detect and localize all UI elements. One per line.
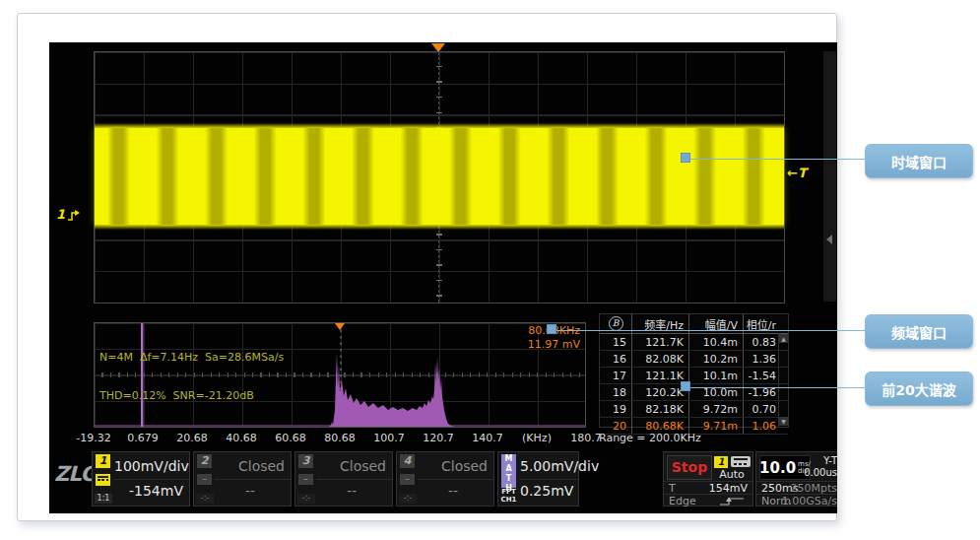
ch3-offset: -- <box>317 481 386 501</box>
math-source-label: FFT CH1 <box>499 488 518 504</box>
fft-info-text: N=4M Δf=7.14Hz Sa=28.6MSa/s THD=0.12% SN… <box>99 325 284 428</box>
math-box[interactable]: MATH FFT CH1 5.00mV/div 0.25mV <box>497 451 579 506</box>
anchor-square-freq-domain <box>547 324 556 334</box>
x-tick-label: -19.32 <box>66 432 121 444</box>
leader-line-time-domain <box>686 159 865 160</box>
fft-spectrum-lump <box>329 353 455 427</box>
divider <box>519 479 578 480</box>
trigger-mode: Auto <box>711 468 752 481</box>
table-row[interactable]: 16 82.08K 10.2m 1.36 <box>600 351 788 368</box>
sample-rate: 1.00GSa/s <box>782 495 837 507</box>
trigger-coupling-icon <box>731 456 751 467</box>
ch1-level-marker[interactable]: 1 <box>56 207 82 222</box>
fft-range-label: Range = 200.0KHz <box>599 432 701 444</box>
ch2-badge: 2 <box>197 454 212 468</box>
x-tick-label: 40.68 <box>214 432 269 444</box>
trigger-level-marker[interactable]: ←T <box>787 166 807 180</box>
page: 1 ←T <box>0 0 980 540</box>
ch2-offset: -- <box>216 481 285 501</box>
ground-arrow-icon <box>66 208 82 222</box>
x-axis-unit-label: (KHz) <box>509 432 564 444</box>
channel3-box[interactable]: 3 – -:- Closed -- <box>294 451 393 506</box>
channel2-box[interactable]: 2 – -:- Closed -- <box>193 451 292 506</box>
scroll-left-icon[interactable] <box>826 235 832 244</box>
channel4-box[interactable]: 4 – -:- Closed -- <box>396 451 494 506</box>
acquire-row: Norm 1.00GSa/s <box>756 494 837 507</box>
callout-harmonics: 前20大谐波 <box>865 371 973 406</box>
ch3-badge: 3 <box>298 454 313 468</box>
edge-slope-icon <box>719 496 745 506</box>
table-scrollbar[interactable]: ▲ ▼ <box>778 333 788 427</box>
anchor-square-time-domain <box>681 153 690 163</box>
ch4-probe-ratio: -:- <box>399 494 417 504</box>
display-mode: Y-T <box>823 455 837 466</box>
divider <box>113 479 189 480</box>
divider <box>418 479 493 480</box>
trigger-t-label: T <box>798 166 807 180</box>
left-arrow-icon: ← <box>787 166 798 180</box>
scroll-down-icon[interactable]: ▼ <box>779 417 788 426</box>
callout-time-domain: 时域窗口 <box>865 144 973 178</box>
x-tick-label: 100.7 <box>361 432 417 444</box>
ch4-offset: -- <box>419 481 488 501</box>
ch2-status: Closed <box>216 456 285 476</box>
fft-marker-triangle[interactable] <box>335 323 345 330</box>
leader-line-freq-domain <box>553 330 865 331</box>
ch2-coupling-icon: – <box>197 474 212 485</box>
table-row[interactable]: 19 82.18K 9.72m 0.70 <box>600 401 788 418</box>
channel1-box[interactable]: 1 1:1 100mV/div -154mV <box>92 451 190 506</box>
scroll-up-icon[interactable]: ▲ <box>779 334 788 343</box>
ch1-offset: -154mV <box>114 481 183 501</box>
x-tick-label: 0.679 <box>115 432 170 444</box>
timebase-value: 10.0 <box>759 459 796 477</box>
x-tick-label: 120.7 <box>411 432 466 444</box>
x-tick-label: 80.68 <box>312 432 367 444</box>
math-badge: MATH <box>501 454 516 488</box>
table-row[interactable]: 17 121.1K 10.1m -1.54 <box>600 368 788 384</box>
ch4-badge: 4 <box>400 454 415 468</box>
fft-info-line2: THD=0.12% SNR=-21.20dB <box>99 389 284 402</box>
divider <box>215 479 291 480</box>
time-domain-window <box>94 51 785 304</box>
ch2-probe-ratio: -:- <box>196 494 214 504</box>
x-tick-label: 60.68 <box>263 432 318 444</box>
anchor-square-harmonics <box>681 381 690 391</box>
math-scale: 5.00mV/div <box>520 456 572 476</box>
divider <box>316 479 392 480</box>
oscilloscope-screen: 1 ←T <box>49 42 837 513</box>
table-header-row: B 频率/Hz 幅值/V 相位/r <box>600 314 788 334</box>
readout-amplitude: 11.97 mV <box>528 338 580 352</box>
ch1-badge: 1 <box>96 454 110 468</box>
x-tick-label: 140.7 <box>460 432 515 444</box>
trigger-type-row: Edge <box>664 494 752 507</box>
horizontal-delay: 0.00us <box>804 467 837 478</box>
ch1-scale: 100mV/div <box>114 456 183 476</box>
b-circle-icon: B <box>609 316 623 331</box>
run-stop-status[interactable]: Stop <box>667 455 712 480</box>
fft-info-line1: N=4M Δf=7.14Hz Sa=28.6MSa/s <box>99 351 284 364</box>
timebase-box[interactable]: 10.0 ms/ div Y-T 0.00us 250ms 250Mpts No… <box>755 451 837 506</box>
ch3-status: Closed <box>317 456 386 476</box>
trigger-source-badge: 1 <box>714 456 728 468</box>
ch1-marker-label: 1 <box>56 207 65 222</box>
ch1-coupling-icon <box>96 474 110 486</box>
screenshot-frame: 1 ←T <box>17 13 837 521</box>
trigger-level-row: T 154mV <box>664 481 752 495</box>
math-offset: 0.25mV <box>520 481 572 501</box>
trigger-box[interactable]: Stop 1 Auto T 154mV Edge <box>663 451 753 506</box>
x-tick-label: 20.68 <box>164 432 220 444</box>
ch3-coupling-icon: – <box>298 474 313 485</box>
table-row[interactable]: 15 121.7K 10.4m 0.83 <box>600 334 788 351</box>
ch1-waveform <box>95 128 784 225</box>
ch4-status: Closed <box>419 456 488 476</box>
leader-line-harmonics <box>686 387 865 388</box>
waveform-modulation-stripes <box>95 128 784 225</box>
ch3-probe-ratio: -:- <box>297 494 315 504</box>
ch1-probe-ratio: 1:1 <box>95 494 112 504</box>
vertical-scroll-strip[interactable] <box>823 51 836 302</box>
callout-freq-domain: 频域窗口 <box>865 314 973 349</box>
record-row: 250ms 250Mpts <box>756 481 837 495</box>
ch4-coupling-icon: – <box>400 474 415 485</box>
